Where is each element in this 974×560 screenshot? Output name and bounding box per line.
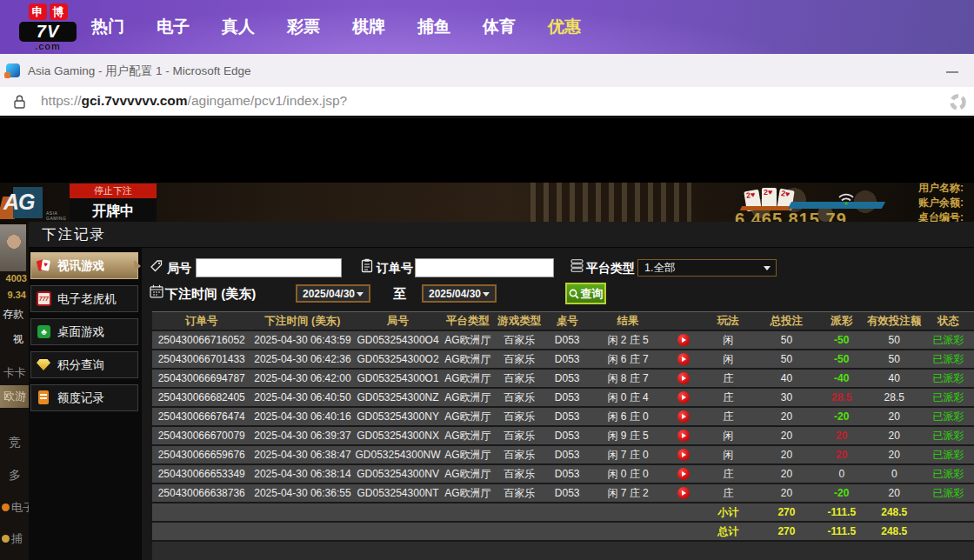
play-video-icon[interactable] xyxy=(677,353,690,365)
sidebar-item-quota-records[interactable]: 额度记录 xyxy=(30,384,138,411)
tag-icon xyxy=(150,259,163,277)
table-header-row: 订单号 下注时间 (美东) 局号 平台类型 游戏类型 桌号 结果 玩法 总投注 … xyxy=(152,311,974,330)
clipboard-icon xyxy=(360,258,374,277)
subtotal-valid: 248.5 xyxy=(865,506,923,518)
lock-icon[interactable] xyxy=(13,94,26,113)
bet-time-label: 下注时间 (美东) xyxy=(165,286,256,303)
total-row: 总计 270 -111.5 248.5 xyxy=(152,523,974,540)
date-to-select[interactable]: 2025/04/30 xyxy=(422,284,497,303)
sidebar-item-table-games[interactable]: ♣ 桌面游戏 xyxy=(30,318,138,345)
sidebar-item-label: 积分查询 xyxy=(57,357,104,373)
cell-result: 闲 9 庄 5 xyxy=(590,429,667,443)
cell-video xyxy=(667,410,702,423)
lobby-video[interactable]: 视 xyxy=(13,332,23,347)
cell-result: 闲 7 庄 2 xyxy=(590,486,667,501)
slot-777-icon: 777 xyxy=(37,291,51,306)
order-input[interactable] xyxy=(415,258,554,277)
cell-play: 闲 xyxy=(701,448,755,463)
cell-status: 已派彩 xyxy=(923,467,974,482)
cell-video xyxy=(667,468,702,481)
cell-order: 250430066701433 xyxy=(152,353,250,365)
cell-play: 闲 xyxy=(701,333,755,348)
cell-game: 百家乐 xyxy=(494,448,545,463)
play-video-icon[interactable] xyxy=(677,430,690,442)
total-bet: 270 xyxy=(756,525,818,537)
date-from-select[interactable]: 2025/04/30 xyxy=(296,284,370,303)
cell-video xyxy=(667,430,702,443)
cell-status: 已派彩 xyxy=(923,371,974,386)
cell-game: 百家乐 xyxy=(494,352,545,367)
play-video-icon[interactable] xyxy=(677,487,690,499)
play-video-icon[interactable] xyxy=(677,334,690,346)
cell-result: 闲 2 庄 5 xyxy=(590,333,667,348)
slot-dot-icon xyxy=(2,503,10,511)
site-nav-items: 热门 电子 真人 彩票 棋牌 捕鱼 体育 优惠 xyxy=(91,0,581,54)
logo-suffix: .com xyxy=(19,42,77,51)
nav-item-lottery[interactable]: 彩票 xyxy=(287,16,320,38)
lobby-bu[interactable]: 捕 xyxy=(2,531,23,547)
play-video-icon[interactable] xyxy=(677,468,690,480)
lobby-jing[interactable]: 竞 xyxy=(9,435,21,450)
cell-valid: 20 xyxy=(865,449,923,461)
play-video-icon[interactable] xyxy=(677,410,690,423)
cell-table: D053 xyxy=(545,487,590,499)
cell-status: 已派彩 xyxy=(923,486,974,501)
play-video-icon[interactable] xyxy=(677,372,690,384)
nav-item-live[interactable]: 真人 xyxy=(222,16,255,38)
cell-time: 2025-04-30 06:38:14 xyxy=(250,468,354,480)
lobby-bu-label: 捕 xyxy=(11,532,23,545)
sidebar-item-label: 视讯游戏 xyxy=(57,258,104,274)
cell-time: 2025-04-30 06:40:16 xyxy=(250,410,354,423)
window-title: Asia Gaming - 用户配置 1 - Microsoft Edge xyxy=(28,63,251,79)
platform-type-select[interactable]: 1.全部 xyxy=(637,259,777,277)
lobby-dianzi[interactable]: 电子 xyxy=(2,500,29,516)
avatar xyxy=(0,224,26,271)
lobby-duo[interactable]: 多 xyxy=(9,468,21,483)
play-video-icon[interactable] xyxy=(677,449,690,461)
nav-item-fishing[interactable]: 捕鱼 xyxy=(417,16,450,38)
sidebar-item-live-games[interactable]: ♥ 视讯游戏 xyxy=(30,252,138,279)
cell-game: 百家乐 xyxy=(494,467,545,482)
nav-item-cards[interactable]: 棋牌 xyxy=(352,16,385,38)
minimize-button[interactable] xyxy=(946,71,958,73)
nav-item-promo[interactable]: 优惠 xyxy=(548,16,581,38)
username-label: 用户名称: xyxy=(918,183,964,196)
play-video-icon[interactable] xyxy=(677,391,690,403)
browser-spinner-icon[interactable] xyxy=(948,92,968,116)
cards-icon: ♥ xyxy=(37,258,51,273)
lobby-kaka[interactable]: 卡卡 xyxy=(3,365,26,381)
sidebar-item-points-query[interactable]: 积分查询 xyxy=(30,351,138,378)
cell-valid: 50 xyxy=(865,353,923,365)
cell-platform: AG欧洲厅 xyxy=(442,390,494,405)
cell-bet: 50 xyxy=(756,334,818,346)
site-logo[interactable]: 申 博 7V .com xyxy=(19,3,77,52)
cell-play: 闲 xyxy=(701,352,755,367)
lobby-dianzi-label: 电子 xyxy=(11,501,29,514)
cell-time: 2025-04-30 06:36:55 xyxy=(250,487,354,499)
search-button[interactable]: 查询 xyxy=(565,283,606,304)
cell-play: 庄 xyxy=(701,410,755,424)
cell-game: 百家乐 xyxy=(494,486,545,501)
round-input[interactable] xyxy=(196,258,342,277)
ag-logo: AG ASIA GAMING xyxy=(0,183,70,223)
cell-round: GD053254300O1 xyxy=(354,372,441,384)
cell-game: 百家乐 xyxy=(494,333,545,348)
chevron-down-icon xyxy=(764,266,771,274)
lobby-deposit[interactable]: 存款 xyxy=(3,307,23,322)
table-footer-strip xyxy=(152,542,974,560)
cell-platform: AG欧洲厅 xyxy=(442,448,494,463)
table-row: 2504300666824052025-04-30 06:40:50GD0532… xyxy=(152,389,974,406)
url-text[interactable]: https://gci.7vvvvvv.com/agingame/pcv1/in… xyxy=(41,93,347,109)
lobby-eu-selected[interactable]: 欧游 xyxy=(0,385,29,408)
cell-status: 已派彩 xyxy=(923,390,974,405)
cell-video xyxy=(667,372,702,385)
cell-platform: AG欧洲厅 xyxy=(442,467,494,482)
nav-item-slots[interactable]: 电子 xyxy=(157,16,190,38)
sidebar-item-slots[interactable]: 777 电子老虎机 xyxy=(30,285,138,312)
nav-item-sports[interactable]: 体育 xyxy=(483,16,516,38)
cell-table: D053 xyxy=(545,334,590,346)
nav-item-hot[interactable]: 热门 xyxy=(91,16,124,38)
lobby-points: 4003 xyxy=(6,273,27,283)
sidebar-item-label: 桌面游戏 xyxy=(57,324,104,340)
cell-video xyxy=(667,391,702,404)
